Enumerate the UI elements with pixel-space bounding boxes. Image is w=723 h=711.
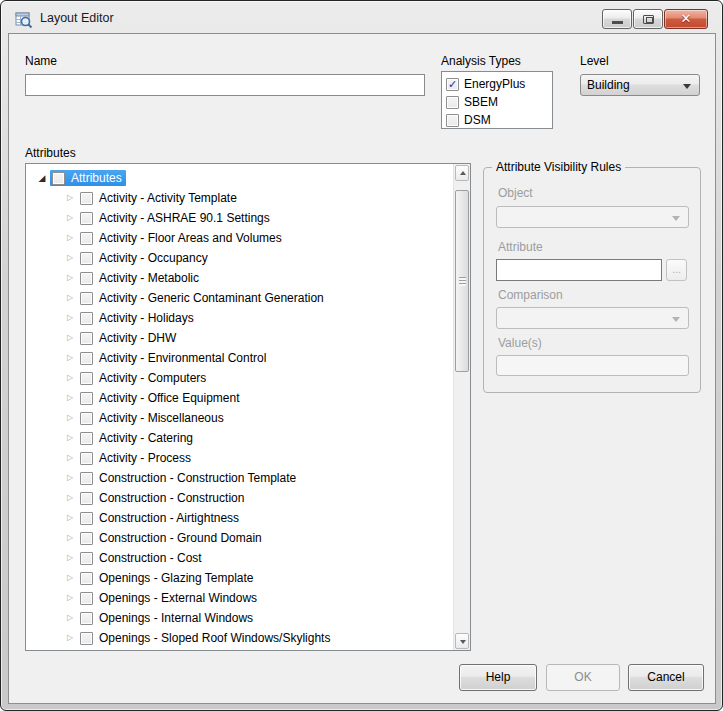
tree-row[interactable]: ▷Openings - Sloped Roof Windows/Skylight…: [26, 628, 453, 648]
expander-collapsed-icon[interactable]: ▷: [64, 252, 76, 264]
tree-item[interactable]: Activity - Floor Areas and Volumes: [78, 230, 286, 246]
checkbox[interactable]: [80, 192, 93, 205]
minimize-button[interactable]: [602, 9, 632, 29]
tree-row[interactable]: ▷Activity - Floor Areas and Volumes: [26, 228, 453, 248]
tree-row[interactable]: ▷Activity - Computers: [26, 368, 453, 388]
checkbox[interactable]: [80, 592, 93, 605]
expander-collapsed-icon[interactable]: ▷: [64, 432, 76, 444]
checkbox[interactable]: [52, 172, 65, 185]
checkbox[interactable]: [80, 352, 93, 365]
expander-collapsed-icon[interactable]: ▷: [64, 592, 76, 604]
tree-row[interactable]: ▷Construction - Construction: [26, 488, 453, 508]
expander-collapsed-icon[interactable]: ▷: [64, 272, 76, 284]
tree-item[interactable]: Activity - Environmental Control: [78, 350, 270, 366]
tree-row[interactable]: ▷Activity - Environmental Control: [26, 348, 453, 368]
checkbox[interactable]: [80, 252, 93, 265]
expander-collapsed-icon[interactable]: ▷: [64, 412, 76, 424]
analysis-types-list[interactable]: ✓EnergyPlusSBEMDSM: [441, 71, 553, 129]
checkbox[interactable]: [80, 572, 93, 585]
tree-item[interactable]: Activity - Occupancy: [78, 250, 212, 266]
tree-item[interactable]: Activity - DHW: [78, 330, 180, 346]
checkbox[interactable]: [80, 492, 93, 505]
analysis-option[interactable]: DSM: [446, 111, 552, 129]
tree-item[interactable]: Openings - External Windows: [78, 590, 261, 606]
tree-row[interactable]: ▷Activity - Occupancy: [26, 248, 453, 268]
tree-item[interactable]: Activity - Holidays: [78, 310, 198, 326]
checkbox[interactable]: [80, 412, 93, 425]
checkbox[interactable]: [80, 432, 93, 445]
maximize-button[interactable]: [633, 9, 663, 29]
attribute-input[interactable]: [496, 259, 662, 281]
checkbox[interactable]: [80, 212, 93, 225]
tree-item[interactable]: Openings - Sloped Roof Windows/Skylights: [78, 630, 334, 646]
help-button[interactable]: Help: [459, 664, 537, 691]
checkbox[interactable]: [80, 272, 93, 285]
tree-row[interactable]: ▷Activity - DHW: [26, 328, 453, 348]
tree-item[interactable]: Construction - Cost: [78, 550, 206, 566]
tree-item[interactable]: Activity - Process: [78, 450, 195, 466]
tree-row[interactable]: ▷Activity - Miscellaneous: [26, 408, 453, 428]
tree-row[interactable]: ▷Activity - Process: [26, 448, 453, 468]
tree-row[interactable]: ▷Activity - ASHRAE 90.1 Settings: [26, 208, 453, 228]
tree-item[interactable]: Construction - Airtightness: [78, 510, 243, 526]
expander-collapsed-icon[interactable]: ▷: [64, 292, 76, 304]
checkbox[interactable]: [80, 552, 93, 565]
expander-expanded-icon[interactable]: ◢: [36, 172, 48, 184]
scrollbar-thumb[interactable]: [455, 190, 469, 372]
tree-row[interactable]: ▷Activity - Metabolic: [26, 268, 453, 288]
tree-item[interactable]: Activity - Computers: [78, 370, 210, 386]
tree-item[interactable]: Activity - Office Equipment: [78, 390, 244, 406]
expander-collapsed-icon[interactable]: ▷: [64, 532, 76, 544]
checkbox[interactable]: [80, 632, 93, 645]
expander-collapsed-icon[interactable]: ▷: [64, 232, 76, 244]
tree-item[interactable]: Activity - Catering: [78, 430, 197, 446]
close-button[interactable]: ✕: [664, 9, 708, 29]
checkbox[interactable]: ✓: [446, 78, 459, 91]
tree-item[interactable]: Activity - Miscellaneous: [78, 410, 228, 426]
tree-row[interactable]: ▷Construction - Airtightness: [26, 508, 453, 528]
expander-collapsed-icon[interactable]: ▷: [64, 632, 76, 644]
tree-row[interactable]: ▷Activity - Holidays: [26, 308, 453, 328]
tree-item[interactable]: Attributes: [50, 170, 126, 186]
checkbox[interactable]: [80, 532, 93, 545]
tree-row[interactable]: ▷Openings - Internal Windows: [26, 608, 453, 628]
checkbox[interactable]: [80, 472, 93, 485]
cancel-button[interactable]: Cancel: [628, 664, 704, 691]
tree-item[interactable]: Activity - Metabolic: [78, 270, 203, 286]
checkbox[interactable]: [80, 292, 93, 305]
checkbox[interactable]: [80, 312, 93, 325]
name-input[interactable]: [25, 74, 425, 96]
checkbox[interactable]: [446, 114, 459, 127]
expander-collapsed-icon[interactable]: ▷: [64, 312, 76, 324]
tree-scrollbar[interactable]: [453, 164, 470, 650]
expander-collapsed-icon[interactable]: ▷: [64, 352, 76, 364]
expander-collapsed-icon[interactable]: ▷: [64, 372, 76, 384]
scroll-down-button[interactable]: [455, 633, 469, 649]
tree-item[interactable]: Construction - Construction: [78, 490, 248, 506]
tree-row[interactable]: ▷Openings - External Windows: [26, 588, 453, 608]
tree-row[interactable]: ▷Construction - Cost: [26, 548, 453, 568]
checkbox[interactable]: [80, 372, 93, 385]
checkbox[interactable]: [80, 332, 93, 345]
tree-row[interactable]: ▷Openings - Glazing Template: [26, 568, 453, 588]
expander-collapsed-icon[interactable]: ▷: [64, 572, 76, 584]
tree-item[interactable]: Openings - Glazing Template: [78, 570, 258, 586]
checkbox[interactable]: [80, 612, 93, 625]
expander-collapsed-icon[interactable]: ▷: [64, 192, 76, 204]
title-bar[interactable]: Layout Editor ✕: [2, 2, 721, 33]
checkbox[interactable]: [80, 452, 93, 465]
level-dropdown[interactable]: Building: [580, 74, 700, 96]
expander-collapsed-icon[interactable]: ▷: [64, 552, 76, 564]
scroll-up-button[interactable]: [455, 165, 469, 181]
tree-item[interactable]: Activity - Generic Contaminant Generatio…: [78, 290, 328, 306]
expander-collapsed-icon[interactable]: ▷: [64, 512, 76, 524]
expander-collapsed-icon[interactable]: ▷: [64, 452, 76, 464]
analysis-option[interactable]: SBEM: [446, 93, 552, 111]
expander-collapsed-icon[interactable]: ▷: [64, 472, 76, 484]
tree-row[interactable]: ▷Activity - Catering: [26, 428, 453, 448]
tree-item[interactable]: Construction - Construction Template: [78, 470, 300, 486]
expander-collapsed-icon[interactable]: ▷: [64, 212, 76, 224]
checkbox[interactable]: [80, 232, 93, 245]
tree-row[interactable]: ◢Attributes: [26, 168, 453, 188]
tree-item[interactable]: Activity - Activity Template: [78, 190, 241, 206]
